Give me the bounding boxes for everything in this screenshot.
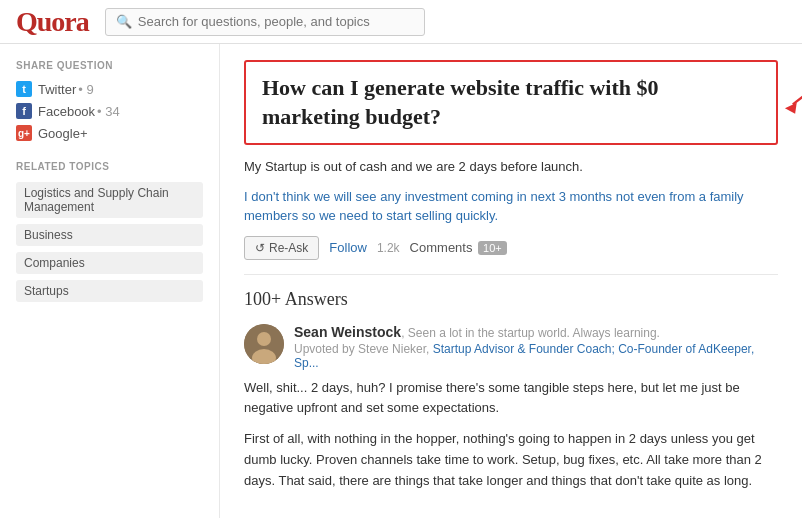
question-desc-line1: My Startup is out of cash and we are 2 d… xyxy=(244,157,778,177)
follow-button[interactable]: Follow xyxy=(329,240,367,255)
sidebar: SHARE QUESTION t Twitter • 9 f Facebook … xyxy=(0,44,220,518)
topic-logistics[interactable]: Logistics and Supply Chain Management xyxy=(16,182,203,218)
topic-business[interactable]: Business xyxy=(16,224,203,246)
quora-logo[interactable]: Quora xyxy=(16,6,89,38)
arrow-annotation xyxy=(781,72,802,117)
share-question-label: SHARE QUESTION xyxy=(16,60,203,71)
header: Quora 🔍 xyxy=(0,0,802,44)
twitter-share[interactable]: t Twitter • 9 xyxy=(16,81,203,97)
author-name-row: Sean Weinstock, Seen a lot in the startu… xyxy=(294,324,778,341)
facebook-count: • 34 xyxy=(97,104,120,119)
comments-count: 10+ xyxy=(478,241,507,255)
author-tagline: , Seen a lot in the startup world. Alway… xyxy=(401,326,660,340)
avatar xyxy=(244,324,284,364)
author-name[interactable]: Sean Weinstock xyxy=(294,324,401,340)
related-topics-label: RELATED TOPICS xyxy=(16,161,203,172)
svg-line-0 xyxy=(793,77,802,105)
topic-companies[interactable]: Companies xyxy=(16,252,203,274)
search-icon: 🔍 xyxy=(116,14,132,30)
google-share[interactable]: g+ Google+ xyxy=(16,125,203,141)
answer-body: Well, shit... 2 days, huh? I promise the… xyxy=(244,378,778,492)
follow-count: 1.2k xyxy=(377,241,400,255)
question-desc-line2: I don't think we will see any investment… xyxy=(244,187,778,226)
answers-heading: 100+ Answers xyxy=(244,289,778,310)
topic-startups[interactable]: Startups xyxy=(16,280,203,302)
facebook-label: Facebook xyxy=(38,104,95,119)
search-input[interactable] xyxy=(138,14,414,29)
answer-para-2: First of all, with nothing in the hopper… xyxy=(244,429,778,491)
answer-author-row: Sean Weinstock, Seen a lot in the startu… xyxy=(244,324,778,370)
reask-button[interactable]: ↺ Re-Ask xyxy=(244,236,319,260)
twitter-count: • 9 xyxy=(78,82,93,97)
svg-point-3 xyxy=(257,332,271,346)
main-layout: SHARE QUESTION t Twitter • 9 f Facebook … xyxy=(0,44,802,518)
twitter-icon: t xyxy=(16,81,32,97)
question-desc-blue: I don't think we will see any investment… xyxy=(244,189,744,224)
answer-para-1: Well, shit... 2 days, huh? I promise the… xyxy=(244,378,778,420)
upvote-prefix: Upvoted by Steve Nieker, xyxy=(294,342,433,356)
reask-icon: ↺ xyxy=(255,241,265,255)
content-area: How can I generate website traffic with … xyxy=(220,44,802,518)
twitter-label: Twitter xyxy=(38,82,76,97)
upvote-text: Upvoted by Steve Nieker, Startup Advisor… xyxy=(294,342,778,370)
question-title: How can I generate website traffic with … xyxy=(262,74,760,131)
google-label: Google+ xyxy=(38,126,88,141)
actions-bar: ↺ Re-Ask Follow 1.2k Comments 10+ xyxy=(244,236,778,275)
question-box: How can I generate website traffic with … xyxy=(244,60,778,145)
reask-label: Re-Ask xyxy=(269,241,308,255)
comments-button[interactable]: Comments 10+ xyxy=(410,240,507,255)
google-icon: g+ xyxy=(16,125,32,141)
author-info: Sean Weinstock, Seen a lot in the startu… xyxy=(294,324,778,370)
svg-marker-1 xyxy=(785,103,797,114)
search-bar[interactable]: 🔍 xyxy=(105,8,425,36)
facebook-icon: f xyxy=(16,103,32,119)
facebook-share[interactable]: f Facebook • 34 xyxy=(16,103,203,119)
